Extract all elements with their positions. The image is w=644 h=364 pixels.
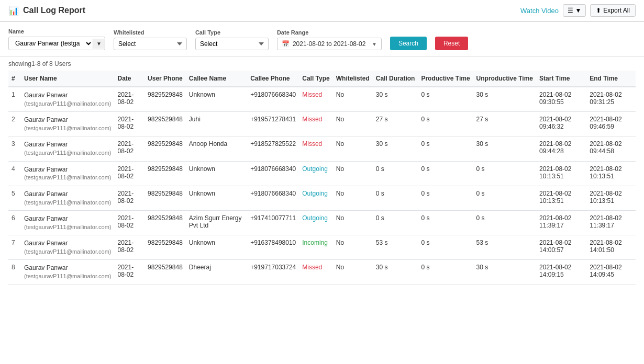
cell-call-type: Missed xyxy=(299,112,332,136)
user-name-text: Gaurav Panwar xyxy=(24,214,111,223)
cell-user-name: Gaurav Panwar (testgauravP111@mailinator… xyxy=(21,112,114,136)
cell-date: 2021-08-02 xyxy=(114,186,145,210)
header: 📊 Call Log Report Watch Video ☰ ▼ ⬆ Expo… xyxy=(0,0,644,22)
name-select-arrow[interactable]: ▼ xyxy=(93,39,105,49)
export-all-button[interactable]: ⬆ Export All xyxy=(590,4,636,17)
cell-callee-phone: +916378498010 xyxy=(247,235,299,260)
cell-call-type: Missed xyxy=(299,260,332,285)
cell-productive-time: 0 s xyxy=(418,87,473,112)
cell-start-time: 2021-08-02 09:30:55 xyxy=(536,87,586,112)
table-header: # User Name Date User Phone Callee Name … xyxy=(8,71,636,87)
page-title: Call Log Report xyxy=(23,6,85,15)
cell-end-time: 2021-08-02 14:01:50 xyxy=(586,235,636,260)
search-button[interactable]: Search xyxy=(390,37,427,50)
cell-user-phone: 9829529848 xyxy=(145,235,186,260)
call-log-table: # User Name Date User Phone Callee Name … xyxy=(8,71,636,285)
cell-user-name: Gaurav Panwar (testgauravP111@mailinator… xyxy=(21,210,114,235)
name-select-wrapper: Gaurav Panwar (testgauravP111...X ▼ xyxy=(8,37,105,50)
user-name-text: Gaurav Panwar xyxy=(24,140,111,149)
cell-productive-time: 0 s xyxy=(418,210,473,235)
cell-unproductive-time: 0 s xyxy=(473,210,536,235)
cell-call-duration: 30 s xyxy=(373,87,418,112)
cell-unproductive-time: 30 s xyxy=(473,87,536,112)
menu-icon-button[interactable]: ☰ ▼ xyxy=(563,4,586,17)
user-email-text: (testgauravP111@mailinator.com) xyxy=(24,100,111,108)
whitelisted-filter-group: Whitelisted Select Yes No xyxy=(114,29,187,50)
cell-productive-time: 0 s xyxy=(418,235,473,260)
cell-unproductive-time: 0 s xyxy=(473,161,536,186)
cell-start-time: 2021-08-02 09:46:32 xyxy=(536,112,586,136)
cell-callee-name: Anoop Honda xyxy=(186,136,247,161)
cell-user-name: Gaurav Panwar (testgauravP111@mailinator… xyxy=(21,136,114,161)
cell-call-duration: 0 s xyxy=(373,186,418,210)
cell-call-type: Outgoing xyxy=(299,210,332,235)
table-wrapper: # User Name Date User Phone Callee Name … xyxy=(0,71,644,285)
cell-callee-phone: +918076668340 xyxy=(247,186,299,210)
cell-call-type: Missed xyxy=(299,87,332,112)
cell-callee-name: Unknown xyxy=(186,235,247,260)
table-row: 3 Gaurav Panwar (testgauravP111@mailinat… xyxy=(8,136,636,161)
cell-date: 2021-08-02 xyxy=(114,161,145,186)
user-name-text: Gaurav Panwar xyxy=(24,190,111,199)
col-header-callee-name: Callee Name xyxy=(186,71,247,87)
col-header-end-time: End Time xyxy=(586,71,636,87)
upload-icon: ⬆ xyxy=(596,7,601,14)
export-label: Export All xyxy=(603,7,630,14)
grid-icon: ☰ ▼ xyxy=(568,7,581,14)
cell-unproductive-time: 30 s xyxy=(473,260,536,285)
cell-whitelisted: No xyxy=(333,210,373,235)
cell-callee-phone: +918076668340 xyxy=(247,161,299,186)
cell-start-time: 2021-08-02 09:44:28 xyxy=(536,136,586,161)
cell-whitelisted: No xyxy=(333,186,373,210)
col-header-callee-phone: Callee Phone xyxy=(247,71,299,87)
cell-date: 2021-08-02 xyxy=(114,87,145,112)
col-header-call-duration: Call Duration xyxy=(373,71,418,87)
date-range-filter-label: Date Range xyxy=(277,29,382,36)
cell-start-time: 2021-08-02 10:13:51 xyxy=(536,186,586,210)
cell-num: 3 xyxy=(8,136,21,161)
cell-end-time: 2021-08-02 09:46:59 xyxy=(586,112,636,136)
col-header-user-phone: User Phone xyxy=(145,71,186,87)
date-range-value: 2021-08-02 to 2021-08-02 xyxy=(293,40,365,48)
cell-unproductive-time: 0 s xyxy=(473,186,536,210)
call-type-select[interactable]: Select Missed Outgoing Incoming xyxy=(195,38,269,50)
user-email-text: (testgauravP111@mailinator.com) xyxy=(24,149,111,157)
col-header-productive-time: Productive Time xyxy=(418,71,473,87)
whitelisted-filter-label: Whitelisted xyxy=(114,29,187,36)
cell-call-duration: 0 s xyxy=(373,161,418,186)
cell-end-time: 2021-08-02 10:13:51 xyxy=(586,161,636,186)
cell-end-time: 2021-08-02 09:31:25 xyxy=(586,87,636,112)
result-count-text: showing1-8 of 8 Users xyxy=(8,60,71,67)
name-select[interactable]: Gaurav Panwar (testgauravP111...X xyxy=(9,37,93,50)
date-range-chevron-icon: ▼ xyxy=(372,41,377,47)
cell-num: 1 xyxy=(8,87,21,112)
cell-productive-time: 0 s xyxy=(418,161,473,186)
cell-callee-name: Unknown xyxy=(186,161,247,186)
cell-callee-phone: +918076668340 xyxy=(247,87,299,112)
cell-callee-phone: +918527825522 xyxy=(247,136,299,161)
cell-date: 2021-08-02 xyxy=(114,210,145,235)
cell-num: 4 xyxy=(8,161,21,186)
cell-whitelisted: No xyxy=(333,112,373,136)
user-email-text: (testgauravP111@mailinator.com) xyxy=(24,272,111,280)
cell-call-type: Missed xyxy=(299,136,332,161)
col-header-num: # xyxy=(8,71,21,87)
reset-button[interactable]: Reset xyxy=(435,37,468,50)
table-row: 1 Gaurav Panwar (testgauravP111@mailinat… xyxy=(8,87,636,112)
cell-end-time: 2021-08-02 10:13:51 xyxy=(586,186,636,210)
cell-date: 2021-08-02 xyxy=(114,235,145,260)
cell-callee-name: Azim Sgurr Energy Pvt Ltd xyxy=(186,210,247,235)
cell-num: 2 xyxy=(8,112,21,136)
user-name-text: Gaurav Panwar xyxy=(24,264,111,272)
cell-end-time: 2021-08-02 09:44:58 xyxy=(586,136,636,161)
filter-row: Name Gaurav Panwar (testgauravP111...X ▼… xyxy=(0,22,644,57)
cell-unproductive-time: 30 s xyxy=(473,136,536,161)
watch-video-link[interactable]: Watch Video xyxy=(520,7,559,15)
whitelisted-select[interactable]: Select Yes No xyxy=(114,38,187,50)
cell-whitelisted: No xyxy=(333,235,373,260)
cell-end-time: 2021-08-02 11:39:17 xyxy=(586,210,636,235)
date-range-picker[interactable]: 📅 2021-08-02 to 2021-08-02 ▼ xyxy=(277,38,382,50)
user-name-text: Gaurav Panwar xyxy=(24,165,111,174)
cell-whitelisted: No xyxy=(333,136,373,161)
cell-date: 2021-08-02 xyxy=(114,136,145,161)
